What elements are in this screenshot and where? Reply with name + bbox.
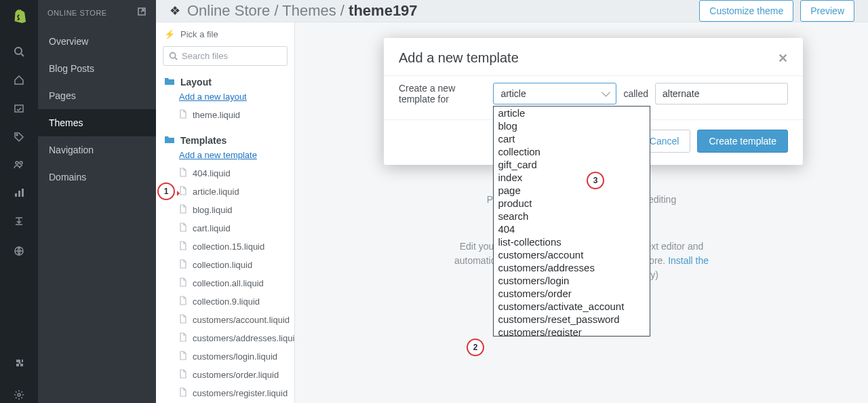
- add-new-template-link[interactable]: Add a new template: [156, 149, 294, 164]
- dropdown-option[interactable]: customers/reset_password: [494, 313, 650, 326]
- dropdown-option[interactable]: collection: [494, 145, 650, 158]
- file-icon: [179, 204, 187, 216]
- pick-file-bar[interactable]: ⚡ Pick a file: [156, 22, 294, 46]
- globe-icon[interactable]: [12, 244, 26, 258]
- svg-point-10: [18, 394, 20, 396]
- main: ❖ Online Store / Themes / theme197 Custo…: [156, 0, 868, 403]
- file-icon: [179, 223, 187, 234]
- sidebar-item-navigation[interactable]: Navigation: [38, 136, 156, 164]
- customize-theme-button[interactable]: Customize theme: [699, 0, 793, 22]
- dropdown-option[interactable]: product: [494, 197, 650, 210]
- layout-title: Layout: [180, 77, 212, 88]
- file-icon: [179, 296, 187, 307]
- dropdown-option[interactable]: customers/activate_account: [494, 300, 650, 313]
- svg-point-3: [16, 134, 18, 136]
- gear-icon[interactable]: [12, 388, 26, 402]
- svg-point-0: [15, 47, 22, 54]
- file-item[interactable]: collection.liquid: [156, 256, 294, 274]
- template-type-select[interactable]: article articleblogcartcollectiongift_ca…: [493, 83, 616, 104]
- breadcrumb: Online Store / Themes / theme197: [187, 2, 418, 20]
- iconbar: [0, 0, 38, 403]
- svg-point-5: [20, 161, 22, 164]
- create-template-button[interactable]: Create template: [697, 130, 788, 153]
- dropdown-option[interactable]: article: [494, 107, 650, 119]
- preview-button[interactable]: Preview: [800, 0, 854, 22]
- home-icon[interactable]: [12, 75, 26, 85]
- layout-section-header[interactable]: Layout: [156, 71, 294, 90]
- sidebar-title: ONLINE STORE: [47, 9, 107, 17]
- file-item[interactable]: collection.15.liquid: [156, 237, 294, 256]
- people-icon[interactable]: [12, 160, 26, 170]
- file-item[interactable]: customers/addresses.liquid: [156, 329, 294, 347]
- breadcrumb-c: theme197: [349, 2, 418, 19]
- puzzle-icon[interactable]: [12, 357, 26, 370]
- sidebar-item-overview[interactable]: Overview: [38, 28, 156, 55]
- file-item[interactable]: customers/order.liquid: [156, 366, 294, 384]
- tag-icon[interactable]: [12, 132, 26, 142]
- add-new-layout-link[interactable]: Add a new layout: [156, 90, 294, 106]
- file-icon: [179, 332, 187, 344]
- template-type-dropdown[interactable]: articleblogcartcollectiongift_cardindexp…: [493, 106, 650, 337]
- dropdown-option[interactable]: customers/login: [494, 274, 650, 287]
- file-icon: [179, 241, 187, 252]
- svg-point-12: [170, 53, 176, 58]
- folder-icon: [164, 135, 175, 146]
- callout-1: 1: [157, 183, 175, 200]
- file-item[interactable]: customers/account.liquid: [156, 311, 294, 329]
- file-column: ⚡ Pick a file Search files Layout Add a …: [156, 22, 295, 403]
- dropdown-option[interactable]: customers/addresses: [494, 261, 650, 274]
- dropdown-option[interactable]: search: [494, 210, 650, 223]
- search-icon[interactable]: [12, 46, 26, 57]
- svg-rect-2: [15, 105, 23, 112]
- sidebar-item-themes[interactable]: Themes: [38, 109, 156, 136]
- templates-title: Templates: [180, 135, 226, 146]
- back-icon[interactable]: ❖: [170, 3, 180, 18]
- file-icon: [179, 369, 187, 381]
- dropdown-option[interactable]: 404: [494, 223, 650, 235]
- sidebar-item-domains[interactable]: Domains: [38, 164, 156, 191]
- file-icon: [179, 387, 187, 399]
- shopify-logo: [12, 8, 26, 28]
- file-item[interactable]: 404.liquid: [156, 164, 294, 183]
- search-placeholder: Search files: [182, 51, 228, 61]
- file-item[interactable]: cart.liquid: [156, 219, 294, 237]
- lightning-icon: ⚡: [164, 29, 175, 39]
- select-value[interactable]: article: [493, 83, 616, 104]
- file-item[interactable]: collection.all.liquid: [156, 274, 294, 292]
- popout-icon[interactable]: [137, 7, 146, 18]
- file-item[interactable]: customers/login.liquid: [156, 347, 294, 366]
- file-item[interactable]: customers/register.liquid: [156, 384, 294, 402]
- callout-2: 2: [467, 339, 484, 356]
- templates-section-header[interactable]: Templates: [156, 130, 294, 149]
- dropdown-option[interactable]: index: [494, 171, 650, 184]
- dropdown-option[interactable]: cart: [494, 132, 650, 145]
- file-item[interactable]: theme.liquid: [156, 106, 294, 124]
- called-label: called: [623, 88, 648, 99]
- breadcrumb-a[interactable]: Online Store: [187, 2, 270, 19]
- file-item[interactable]: collection.9.liquid: [156, 292, 294, 311]
- file-icon: [179, 168, 187, 179]
- file-item[interactable]: blog.liquid: [156, 201, 294, 219]
- dropdown-option[interactable]: customers/register: [494, 326, 650, 337]
- inbox-icon[interactable]: [12, 103, 26, 114]
- svg-point-4: [16, 161, 18, 164]
- add-template-modal: Add a new template ✕ Create a new templa…: [384, 38, 803, 165]
- dropdown-option[interactable]: customers/account: [494, 248, 650, 261]
- chart-icon[interactable]: [12, 187, 26, 198]
- sidebar-item-blog-posts[interactable]: Blog Posts: [38, 55, 156, 82]
- dropdown-option[interactable]: blog: [494, 119, 650, 132]
- dropdown-option[interactable]: list-collections: [494, 235, 650, 248]
- export-icon[interactable]: [12, 216, 26, 227]
- search-input[interactable]: Search files: [163, 46, 288, 66]
- dropdown-option[interactable]: gift_card: [494, 158, 650, 171]
- close-icon[interactable]: ✕: [778, 51, 788, 66]
- sidebar-item-pages[interactable]: Pages: [38, 82, 156, 109]
- template-for-label: Create a new template for: [399, 83, 486, 104]
- breadcrumb-b[interactable]: Themes: [282, 2, 336, 19]
- dropdown-option[interactable]: customers/order: [494, 287, 650, 300]
- modal-title: Add a new template: [399, 50, 519, 66]
- template-name-input[interactable]: [655, 83, 788, 104]
- dropdown-option[interactable]: page: [494, 184, 650, 197]
- sidebar: ONLINE STORE OverviewBlog PostsPagesThem…: [38, 0, 156, 403]
- file-icon: [179, 277, 187, 289]
